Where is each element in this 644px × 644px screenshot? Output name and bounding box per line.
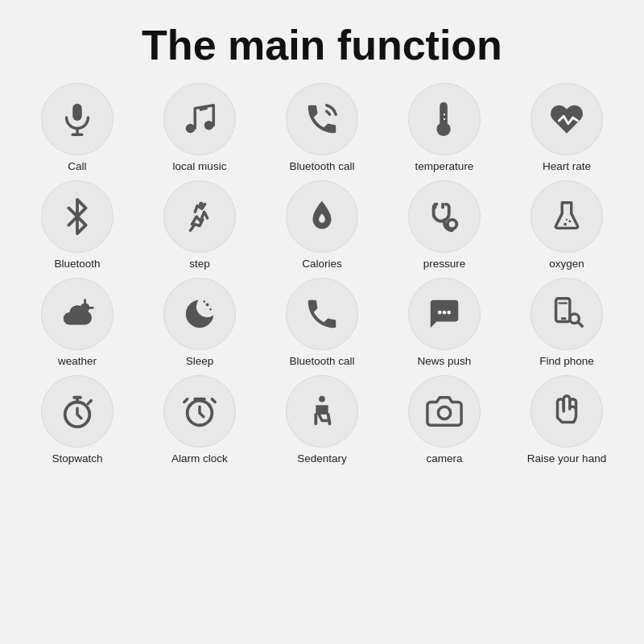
feature-label-moon: Sleep (186, 355, 214, 367)
svg-point-8 (448, 220, 457, 229)
svg-point-20 (209, 308, 212, 311)
icon-circle-sedentary (286, 375, 358, 448)
feature-item-chat-dots: News push (383, 278, 506, 367)
icon-circle-chat-dots (408, 278, 481, 350)
icon-circle-music (163, 83, 236, 155)
feature-item-stopwatch: Stopwatch (16, 375, 138, 464)
feature-label-stethoscope: pressure (423, 258, 466, 270)
feature-item-microphone: Call (16, 83, 138, 172)
feature-label-phone-wave: Bluetooth call (289, 160, 354, 172)
icon-circle-microphone (41, 83, 114, 155)
icon-circle-stopwatch (41, 375, 114, 448)
page-title: The main function (142, 23, 502, 68)
feature-item-cloud-sun: weather (16, 278, 138, 367)
feature-label-music: local music (173, 160, 227, 172)
icon-circle-phone (286, 278, 358, 350)
icon-circle-raise-hand (530, 375, 603, 448)
icon-circle-flask (530, 180, 603, 253)
icon-circle-running (163, 180, 236, 253)
feature-item-heart-rate: Heart rate (506, 83, 628, 172)
feature-label-bluetooth: Bluetooth (54, 258, 100, 270)
feature-item-sedentary: Sedentary (261, 375, 383, 464)
icon-circle-heart-rate (530, 83, 603, 155)
feature-label-cloud-sun: weather (58, 355, 97, 367)
feature-item-camera: camera (383, 375, 506, 464)
feature-label-camera: camera (426, 452, 462, 464)
feature-item-flask: oxygen (506, 180, 628, 270)
svg-point-3 (186, 124, 196, 134)
svg-point-23 (443, 311, 447, 315)
icon-circle-bluetooth (41, 180, 114, 253)
feature-label-raise-hand: Raise your hand (527, 452, 606, 464)
svg-line-27 (578, 323, 582, 327)
feature-item-phone-wave: Bluetooth call (261, 83, 383, 172)
feature-label-chat-dots: News push (418, 355, 472, 367)
icon-circle-alarm (163, 375, 236, 448)
features-grid: Call local music Bluetooth call temperat… (16, 83, 628, 464)
svg-point-11 (564, 223, 567, 226)
svg-point-4 (204, 121, 214, 130)
feature-label-microphone: Call (68, 160, 86, 172)
icon-circle-thermometer (408, 83, 481, 155)
feature-item-stethoscope: pressure (383, 180, 506, 270)
feature-item-thermometer: temperature (383, 83, 506, 172)
svg-point-12 (568, 220, 571, 222)
svg-point-19 (206, 303, 209, 307)
icon-circle-moon (163, 278, 236, 350)
icon-circle-phone-wave (286, 83, 358, 155)
icon-circle-flame (286, 180, 358, 253)
feature-item-alarm: Alarm clock (138, 375, 261, 464)
svg-point-21 (203, 301, 205, 303)
feature-label-flask: oxygen (549, 258, 584, 270)
feature-item-bluetooth: Bluetooth (16, 180, 138, 270)
feature-label-thermometer: temperature (415, 160, 474, 172)
feature-label-heart-rate: Heart rate (543, 160, 591, 172)
feature-item-music: local music (138, 83, 261, 172)
feature-item-moon: Sleep (138, 278, 261, 367)
feature-label-flame: Calories (302, 258, 342, 270)
icon-circle-cloud-sun (41, 278, 114, 350)
icon-circle-camera (408, 375, 481, 448)
feature-item-running: step (138, 180, 261, 270)
svg-point-22 (438, 311, 442, 315)
feature-label-running: step (189, 258, 210, 270)
feature-item-raise-hand: Raise your hand (506, 375, 628, 464)
svg-line-33 (88, 401, 91, 404)
svg-point-13 (566, 219, 568, 221)
svg-point-35 (319, 396, 325, 402)
feature-label-phone: Bluetooth call (289, 355, 354, 367)
feature-item-phone-search: Find phone (506, 278, 628, 367)
feature-item-flame: Calories (261, 180, 383, 270)
icon-circle-phone-search (530, 278, 603, 350)
svg-point-36 (438, 407, 450, 419)
feature-label-phone-search: Find phone (539, 355, 594, 367)
icon-circle-stethoscope (408, 180, 481, 253)
svg-rect-0 (72, 104, 82, 121)
feature-item-phone: Bluetooth call (261, 278, 383, 367)
feature-label-sedentary: Sedentary (297, 452, 347, 464)
feature-label-stopwatch: Stopwatch (52, 452, 102, 464)
svg-point-24 (447, 311, 451, 315)
feature-label-alarm: Alarm clock (171, 452, 228, 464)
